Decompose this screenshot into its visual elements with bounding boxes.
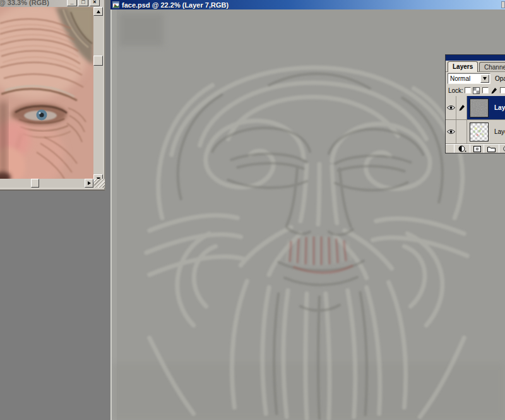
layers-palette: Layers Channels Normal Opacity: Lock:	[445, 54, 505, 153]
window-controls: _ □ ×	[67, 0, 100, 6]
photo-canvas[interactable]	[0, 7, 93, 179]
new-adjustment-layer-button[interactable]	[499, 145, 505, 153]
layer-row-selected[interactable]: Layer 7	[446, 96, 505, 120]
window-control-sliver[interactable]	[501, 1, 505, 8]
paint-indicator	[456, 96, 467, 119]
palette-titlebar[interactable]	[446, 55, 505, 61]
palette-footer	[446, 144, 505, 153]
photo-horizontal-scrollbar[interactable]	[0, 179, 93, 188]
paint-indicator-empty	[456, 120, 467, 143]
layers-list: Layer 7	[446, 96, 505, 144]
add-layer-mask-button[interactable]	[470, 145, 484, 153]
brush-lock-icon	[490, 87, 497, 95]
layer-thumbnail[interactable]	[467, 96, 491, 119]
vertical-scroll-thumb[interactable]	[93, 56, 103, 66]
eye-icon	[447, 129, 455, 135]
folder-icon	[487, 146, 496, 152]
blend-mode-select[interactable]: Normal	[448, 73, 490, 84]
layer-name[interactable]: Layer 1	[491, 120, 505, 143]
chevron-down-icon	[483, 77, 487, 80]
scroll-right-button[interactable]	[85, 179, 93, 188]
desktop: @ 33.3% (RGB) _ □ ×	[0, 0, 505, 420]
layer-style-icon	[458, 145, 466, 152]
lock-label: Lock:	[448, 87, 463, 94]
layer-name[interactable]: Layer 7	[491, 96, 505, 119]
palette-tab-bar: Layers Channels	[446, 61, 505, 72]
blend-mode-value: Normal	[450, 75, 470, 82]
tab-layers[interactable]: Layers	[448, 61, 478, 72]
photo-window-title: @ 33.3% (RGB)	[0, 0, 49, 6]
footer-spacer	[446, 145, 454, 153]
photo-window-titlebar[interactable]: @ 33.3% (RGB) _ □ ×	[0, 0, 104, 7]
document-titlebar[interactable]: face.psd @ 22.2% (Layer 7,RGB)	[110, 0, 505, 9]
transparency-checker-icon	[473, 87, 480, 94]
layer-thumbnail[interactable]	[467, 120, 491, 143]
scroll-up-button[interactable]	[93, 7, 103, 16]
layer-style-button[interactable]	[454, 145, 470, 153]
photo-vertical-scrollbar[interactable]	[93, 7, 103, 183]
visibility-toggle[interactable]	[446, 96, 456, 119]
document-title: face.psd @ 22.2% (Layer 7,RGB)	[122, 1, 229, 9]
triangle-up-icon	[97, 10, 100, 13]
photo-image	[0, 7, 93, 179]
triangle-right-icon	[88, 181, 91, 185]
lock-position-checkbox[interactable]	[500, 87, 505, 93]
blend-mode-row: Normal Opacity:	[446, 72, 505, 85]
lock-transparency-checkbox[interactable]	[465, 87, 471, 93]
opacity-label: Opacity:	[495, 75, 505, 82]
window-resize-grip[interactable]	[94, 179, 105, 188]
document-icon	[112, 1, 119, 8]
lock-row: Lock:	[446, 85, 505, 96]
paintbrush-icon	[458, 104, 465, 112]
visibility-toggle[interactable]	[446, 120, 456, 143]
layer-row[interactable]: Layer 1	[446, 120, 505, 144]
new-layer-set-button[interactable]	[484, 145, 499, 153]
combo-dropdown-button[interactable]	[480, 75, 489, 83]
maximize-button[interactable]: □	[78, 0, 88, 6]
horizontal-scroll-thumb[interactable]	[31, 179, 39, 188]
photo-document-window: @ 33.3% (RGB) _ □ ×	[0, 0, 105, 191]
minimize-button[interactable]: _	[67, 0, 77, 6]
lock-image-checkbox[interactable]	[482, 87, 489, 93]
tab-channels[interactable]: Channels	[479, 62, 505, 71]
close-button[interactable]: ×	[90, 0, 100, 6]
eye-icon	[447, 105, 455, 111]
adjustment-layer-icon	[503, 145, 505, 152]
layer-mask-icon	[473, 146, 481, 152]
